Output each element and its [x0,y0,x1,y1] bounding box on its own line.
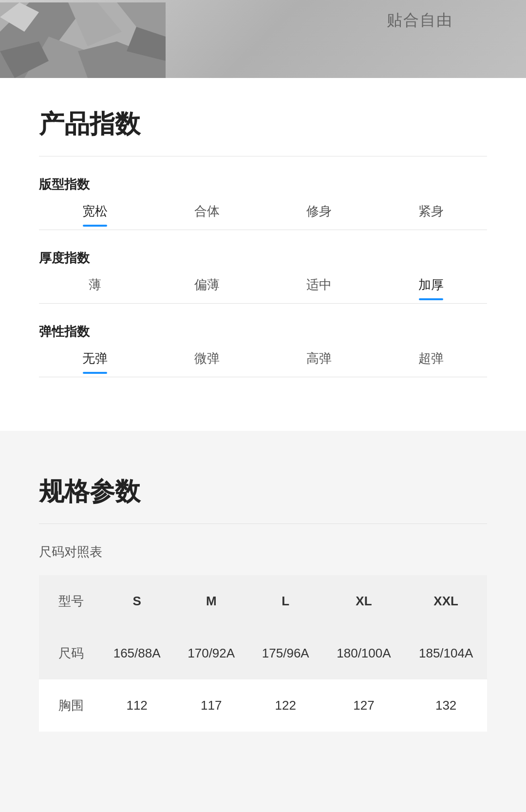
thickness-index-row: 厚度指数 薄 偏薄 适中 加厚 [39,250,487,304]
title-divider [39,156,487,156]
gray-separator [0,431,526,445]
fit-label: 版型指数 [39,176,487,193]
spec-table: 型号 S M L XL XXL 尺码 165/88A 170/92A 175/9… [39,575,487,732]
header-cell-l: L [248,575,323,627]
row-chima-xxl: 185/104A [405,627,487,679]
thickness-option-jiahou: 加厚 [375,276,487,300]
header-cell-m: M [174,575,248,627]
product-index-section: 产品指数 版型指数 宽松 合体 修身 紧身 厚度指数 薄 [0,78,526,431]
elasticity-label: 弹性指数 [39,323,487,340]
row-xionwei-label: 胸围 [39,679,100,732]
thickness-option-bao: 薄 [39,276,151,300]
row-xionwei-s: 112 [100,679,174,732]
row-xionwei-m: 117 [174,679,248,732]
fit-options: 宽松 合体 修身 紧身 [39,203,487,227]
header-cell-s: S [100,575,174,627]
fit-index-row: 版型指数 宽松 合体 修身 紧身 [39,176,487,230]
top-image-section: 贴合自由 [0,0,526,78]
elasticity-index-row: 弹性指数 无弹 微弹 高弹 超弹 [39,323,487,377]
spec-section-title: 规格参数 [39,475,487,509]
row-xionwei-xl: 127 [323,679,405,732]
header-cell-xxl: XXL [405,575,487,627]
row-chima-s: 165/88A [100,627,174,679]
fit-option-jinshen: 紧身 [375,203,487,227]
thickness-underline [39,303,487,304]
product-index-title: 产品指数 [39,107,487,141]
thickness-label: 厚度指数 [39,250,487,267]
table-row: 尺码 165/88A 170/92A 175/96A 180/100A 185/… [39,627,487,679]
elasticity-option-weidan: 微弹 [151,350,263,374]
row-chima-l: 175/96A [248,627,323,679]
spec-section: 规格参数 尺码对照表 型号 S M L XL XXL 尺码 165/88A 17… [0,445,526,732]
spec-divider [39,523,487,524]
header-cell-xl: XL [323,575,405,627]
fit-option-heti: 合体 [151,203,263,227]
elasticity-options: 无弹 微弹 高弹 超弹 [39,350,487,374]
thickness-option-shizhong: 适中 [263,276,375,300]
row-chima-m: 170/92A [174,627,248,679]
row-xionwei-xxl: 132 [405,679,487,732]
row-xionwei-l: 122 [248,679,323,732]
spec-subtitle: 尺码对照表 [39,543,487,561]
table-row: 胸围 112 117 122 127 132 [39,679,487,732]
table-header-row: 型号 S M L XL XXL [39,575,487,627]
header-cell-xinghaao: 型号 [39,575,100,627]
row-chima-label: 尺码 [39,627,100,679]
fit-option-xiushen: 修身 [263,203,375,227]
elasticity-underline [39,377,487,377]
thickness-options: 薄 偏薄 适中 加厚 [39,276,487,300]
product-image: 贴合自由 [0,0,526,78]
row-chima-xl: 180/100A [323,627,405,679]
elasticity-option-wudan: 无弹 [39,350,151,374]
elasticity-option-gaodan: 高弹 [263,350,375,374]
elasticity-option-chaodan: 超弹 [375,350,487,374]
thickness-option-pianbao: 偏薄 [151,276,263,300]
brand-text: 贴合自由 [387,10,453,31]
fit-option-kuansong: 宽松 [39,203,151,227]
fit-underline [39,230,487,230]
camouflage-svg [0,2,166,78]
